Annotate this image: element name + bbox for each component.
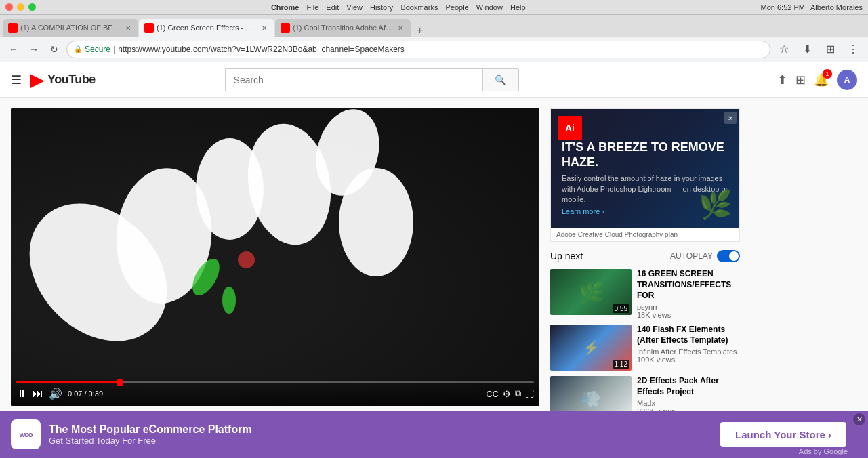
back-button[interactable]: ← [5, 41, 22, 58]
mac-maximize-dot[interactable] [28, 3, 36, 11]
menu-people[interactable]: People [445, 3, 468, 12]
secondary-sidebar: Ai ✕ IT'S A BREEZE TO REMOVE HAZE. Easil… [550, 108, 740, 447]
search-input[interactable] [225, 68, 482, 91]
pause-button[interactable]: ⏸ [16, 388, 27, 400]
tab-2[interactable]: (1) Green Screen Effects - Aw... ✕ [139, 19, 274, 37]
progress-dot [116, 379, 123, 386]
hamburger-menu-icon[interactable]: ☰ [11, 72, 22, 87]
header-right-icons: ⬆ ⊞ 🔔 1 A [777, 70, 857, 90]
menu-help[interactable]: Help [510, 3, 526, 12]
rec-video-1[interactable]: 🌿 0:55 16 GREEN SCREEN TRANSITIONS/EFFEC… [550, 269, 740, 319]
ad-close-button[interactable]: ✕ [724, 112, 737, 124]
progress-fill [16, 381, 120, 383]
address-separator: | [113, 45, 115, 54]
tab-3[interactable]: (1) Cool Transition Adobe Aft... ✕ [275, 19, 411, 37]
autoplay-control: AUTOPLAY [670, 250, 740, 262]
adobe-logo: Ai [558, 116, 582, 140]
tab-close-3[interactable]: ✕ [396, 23, 405, 33]
rec-title-2: 140 Flash FX Elements (After Effects Tem… [637, 325, 740, 346]
woo-ad-banner: woo The Most Popular eCommerce Platform … [0, 411, 868, 458]
tab-title-2: (1) Green Screen Effects - Aw... [157, 24, 257, 32]
woo-logo: woo [11, 419, 41, 449]
new-tab-button[interactable]: + [411, 24, 428, 37]
youtube-logo-text: YouTube [47, 72, 96, 87]
launch-store-button[interactable]: Launch Your Store › [720, 422, 846, 447]
rec-duration-1: 0:55 [613, 304, 629, 313]
notification-icon[interactable]: 🔔 1 [814, 72, 829, 87]
video-frame [11, 108, 539, 406]
rec-thumb-1: 🌿 0:55 [550, 269, 632, 315]
tab-title-3: (1) Cool Transition Adobe Aft... [293, 24, 393, 32]
address-url: https://www.youtube.com/watch?v=1LWwR22N… [118, 45, 405, 54]
menu-chrome[interactable]: Chrome [271, 3, 299, 12]
rec-title-1: 16 GREEN SCREEN TRANSITIONS/EFFECTS FOR [637, 269, 740, 301]
menu-window[interactable]: Window [476, 3, 503, 12]
tab-close-2[interactable]: ✕ [260, 23, 269, 33]
woo-title: The Most Popular eCommerce Platform [49, 423, 720, 436]
youtube-header: ☰ ▶ YouTube 🔍 ⬆ ⊞ 🔔 1 A [0, 62, 868, 98]
ad-learn-more[interactable]: Learn more › [562, 207, 604, 215]
rec-duration-2: 1:12 [613, 360, 629, 369]
more-button[interactable]: ⋮ [844, 40, 863, 59]
notification-badge: 1 [823, 69, 832, 79]
tab-bar: (1) A COMPILATION OF BEAU... ✕ (1) Green… [0, 15, 868, 37]
tab-title-1: (1) A COMPILATION OF BEAU... [20, 24, 121, 32]
mac-user: Alberto Morales [810, 3, 863, 12]
address-protocol: Secure [85, 45, 110, 54]
upload-icon[interactable]: ⬆ [777, 72, 787, 87]
rec-views-2: 109K views [637, 356, 740, 364]
rec-thumb-2: ⚡ 1:12 [550, 325, 632, 371]
bookmark-button[interactable]: ☆ [774, 40, 793, 59]
grid-icon[interactable]: ⊞ [795, 72, 806, 87]
tab-close-1[interactable]: ✕ [123, 23, 133, 33]
video-time: 0:07 / 0:39 [68, 390, 103, 398]
search-button[interactable]: 🔍 [482, 68, 519, 91]
mac-close-dot[interactable] [5, 3, 13, 11]
youtube-logo[interactable]: ▶ YouTube [30, 68, 96, 91]
menu-history[interactable]: History [370, 3, 393, 12]
mac-window-controls [5, 3, 36, 11]
primary-content: ⏸ ⏭ 🔊 0:07 / 0:39 CC ⚙ ⧉ [11, 108, 539, 447]
browser-chrome: (1) A COMPILATION OF BEAU... ✕ (1) Green… [0, 15, 868, 62]
autoplay-label: AUTOPLAY [670, 251, 713, 261]
video-player[interactable]: ⏸ ⏭ 🔊 0:07 / 0:39 CC ⚙ ⧉ [11, 108, 539, 406]
total-time: 0:39 [89, 390, 103, 398]
tab-1[interactable]: (1) A COMPILATION OF BEAU... ✕ [3, 19, 138, 37]
volume-button[interactable]: 🔊 [49, 388, 62, 400]
woo-logo-text: woo [20, 430, 33, 438]
youtube-logo-icon: ▶ [30, 68, 45, 91]
miniplayer-button[interactable]: ⧉ [515, 388, 521, 399]
content-area: ⏸ ⏭ 🔊 0:07 / 0:39 CC ⚙ ⧉ [0, 98, 868, 458]
user-avatar[interactable]: A [837, 70, 857, 90]
tab-favicon-3 [281, 23, 290, 33]
rec-info-1: 16 GREEN SCREEN TRANSITIONS/EFFECTS FOR … [637, 269, 740, 319]
up-next-header: Up next AUTOPLAY [550, 250, 740, 262]
forward-button[interactable]: → [26, 41, 42, 58]
menu-edit[interactable]: Edit [326, 3, 339, 12]
woo-subtitle: Get Started Today For Free [49, 436, 720, 446]
rec-info-2: 140 Flash FX Elements (After Effects Tem… [637, 325, 740, 371]
woo-close-button[interactable]: ✕ [853, 413, 865, 425]
right-controls: CC ⚙ ⧉ ⛶ [486, 388, 534, 399]
rec-video-2[interactable]: ⚡ 1:12 140 Flash FX Elements (After Effe… [550, 325, 740, 371]
download-button[interactable]: ⬇ [798, 40, 817, 59]
current-time: 0:07 [68, 390, 82, 398]
autoplay-toggle[interactable] [717, 250, 740, 262]
next-button[interactable]: ⏭ [33, 388, 43, 400]
ad-footer-text: Adobe Creative Cloud Photography plan [556, 231, 678, 238]
address-bar[interactable]: 🔒 Secure | https://www.youtube.com/watch… [66, 41, 770, 58]
mac-minimize-dot[interactable] [17, 3, 24, 11]
menu-file[interactable]: File [307, 3, 319, 12]
progress-bar[interactable] [16, 381, 534, 383]
subtitles-button[interactable]: CC [486, 389, 499, 399]
apps-button[interactable]: ⊞ [821, 40, 840, 59]
ad-banner: Ai ✕ IT'S A BREEZE TO REMOVE HAZE. Easil… [550, 108, 740, 242]
reload-button[interactable]: ↻ [46, 41, 62, 58]
ad-footer: Adobe Creative Cloud Photography plan [551, 228, 739, 241]
mac-time: Mon 6:52 PM [761, 3, 805, 12]
launch-store-label: Launch Your Store › [735, 429, 831, 440]
settings-button[interactable]: ⚙ [503, 389, 511, 399]
menu-view[interactable]: View [346, 3, 363, 12]
menu-bookmarks[interactable]: Bookmarks [400, 3, 438, 12]
fullscreen-button[interactable]: ⛶ [525, 389, 534, 399]
